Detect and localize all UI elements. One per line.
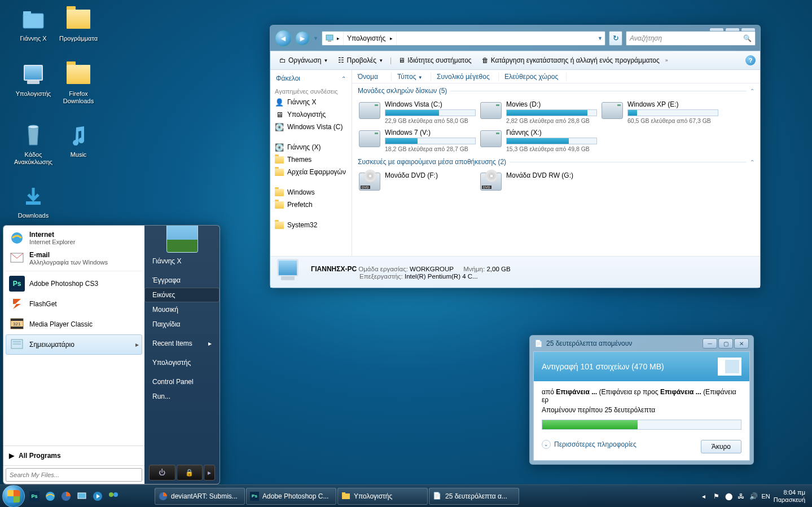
copy-icon: 📄	[433, 492, 442, 501]
address-dropdown[interactable]: ▼	[595, 36, 605, 41]
address-bar[interactable]: ▸ Υπολογιστής▸ ▼	[322, 31, 605, 46]
nav-item[interactable]: 💽Windows Vista (C)	[273, 121, 349, 133]
system-tray: ◂ ⚑ ⬤ 🖧 🔊 EN 8:04 πμ Παρασκευή	[699, 489, 810, 502]
start-item-sub: Αλληλογραφία των Windows	[29, 259, 108, 266]
cancel-button[interactable]: Άκυρο	[701, 440, 741, 453]
column-header[interactable]: Τύπος ▼	[392, 73, 431, 81]
nav-item[interactable]: 👤Γιάννης Χ	[273, 96, 349, 108]
column-header[interactable]: Όνομα	[352, 73, 392, 81]
start-program-mpc[interactable]: 321 Media Player Classic	[6, 314, 142, 334]
clock[interactable]: 8:04 πμ Παρασκευή	[774, 489, 805, 502]
system-properties-button[interactable]: 🖥Ιδιότητες συστήματος	[394, 55, 476, 66]
drive-name: Windows XP (E:)	[627, 100, 718, 108]
drive-item[interactable]: Movies (D:)2,82 GB ελεύθερα από 28,8 GB	[478, 98, 599, 126]
start-search-input[interactable]	[6, 468, 142, 482]
start-right-user[interactable]: Γιάννης Χ	[144, 254, 220, 268]
close-button[interactable]: ✕	[734, 338, 749, 349]
start-right-computer[interactable]: Υπολογιστής	[144, 355, 220, 370]
copy-remaining: Απομένουν περίπου 25 δευτερόλεπτα	[542, 406, 741, 414]
uninstall-button[interactable]: 🗑Κατάργηση εγκατάστασης ή αλλαγή ενός πρ…	[477, 55, 664, 66]
toolbar-overflow[interactable]: »	[665, 58, 668, 63]
start-item-title: Σημειωματάριο	[29, 341, 74, 349]
taskbar-item[interactable]: deviantART: Submis...	[155, 488, 245, 505]
desktop-icon-user[interactable]: Γιάννης Χ	[11, 6, 55, 42]
search-icon: 🔍	[743, 34, 752, 42]
start-right-control-panel[interactable]: Control Panel	[144, 374, 220, 389]
tray-icon[interactable]: ⚑	[712, 492, 721, 501]
start-right-recent[interactable]: Recent Items▸	[144, 336, 220, 351]
taskbar-item[interactable]: PsAdobe Photoshop C...	[246, 488, 336, 505]
power-options-button[interactable]: ▸	[204, 465, 215, 480]
lock-button[interactable]: 🔒	[177, 465, 203, 480]
nav-item[interactable]: Prefetch	[273, 199, 349, 211]
start-menu: InternetInternet Explorer E-mailΑλληλογρ…	[3, 225, 220, 484]
all-programs-button[interactable]: ▶ All Programs	[3, 446, 144, 465]
start-button[interactable]	[2, 485, 25, 508]
taskbar-item[interactable]: Υπολογιστής	[337, 488, 428, 505]
start-right-documents[interactable]: Έγγραφα	[144, 273, 220, 288]
views-button[interactable]: ☷Προβολές ▼	[333, 55, 388, 66]
start-program-notepad[interactable]: Σημειωματάριο ▸	[6, 334, 142, 355]
ql-firefox[interactable]	[59, 487, 73, 505]
desktop-icon-computer[interactable]: Υπολογιστής	[11, 61, 55, 98]
ql-messenger[interactable]	[106, 487, 121, 505]
desktop-icon-downloads[interactable]: Downloads	[11, 183, 55, 219]
breadcrumb-computer-icon[interactable]: ▸	[322, 32, 344, 45]
nav-item[interactable]: System32	[273, 219, 349, 231]
organize-button[interactable]: 🗀Οργάνωση ▼	[275, 55, 332, 66]
tray-expand[interactable]: ◂	[699, 492, 708, 501]
desktop-icon-firefox-downloads[interactable]: Firefox Downloads	[56, 61, 100, 105]
folders-header[interactable]: Φάκελοι⌃	[273, 72, 349, 85]
volume-icon[interactable]: 🔊	[749, 492, 758, 501]
language-indicator[interactable]: EN	[761, 493, 770, 500]
section-header-removable[interactable]: Συσκευές με αφαιρούμενα μέσα αποθήκευσης…	[352, 155, 760, 169]
network-icon[interactable]: 🖧	[736, 492, 745, 501]
column-header[interactable]: Συνολικό μέγεθος	[431, 73, 499, 81]
dvd-drive-item[interactable]: DVD Μονάδα DVD RW (G:)	[478, 169, 599, 194]
column-header[interactable]: Ελεύθερος χώρος	[499, 73, 567, 81]
nav-item[interactable]: Windows	[273, 186, 349, 199]
drive-item[interactable]: Γιάννης (X:)15,3 GB ελεύθερα από 49,8 GB	[478, 126, 599, 155]
minimize-button[interactable]: ─	[703, 338, 717, 349]
start-internet[interactable]: InternetInternet Explorer	[6, 228, 142, 248]
desktop-icon-programs[interactable]: Προγράμματα	[56, 6, 100, 42]
power-button[interactable]: ⏻	[149, 465, 175, 480]
start-email[interactable]: E-mailΑλληλογραφία των Windows	[6, 248, 142, 268]
breadcrumb-segment[interactable]: Υπολογιστής▸	[344, 32, 397, 45]
ql-ie[interactable]	[43, 487, 58, 505]
drive-item[interactable]: Windows XP (E:)60,5 GB ελεύθερα από 67,3…	[599, 98, 721, 126]
refresh-button[interactable]: ↻	[609, 31, 622, 46]
drive-item[interactable]: Windows Vista (C:)22,9 GB ελεύθερα από 5…	[357, 98, 478, 126]
ql-wmp[interactable]	[90, 487, 105, 505]
search-box[interactable]: Αναζήτηση 🔍	[626, 31, 756, 46]
user-avatar[interactable]	[166, 225, 198, 253]
start-right-pictures[interactable]: Εικόνες	[144, 288, 220, 302]
nav-item[interactable]: Themes	[273, 153, 349, 166]
start-right-run[interactable]: Run...	[144, 389, 220, 404]
start-right-games[interactable]: Παιχνίδια	[144, 317, 220, 332]
dvd-drive-item[interactable]: DVD Μονάδα DVD (F:)	[357, 169, 478, 194]
start-program-photoshop[interactable]: Ps Adobe Photoshop CS3	[6, 274, 142, 294]
nav-item[interactable]: Αρχεία Εφαρμογών	[273, 166, 349, 178]
start-program-flashget[interactable]: FlashGet	[6, 294, 142, 314]
tray-icon[interactable]: ⬤	[724, 492, 733, 501]
nav-item[interactable]: 🖥Υπολογιστής	[273, 108, 349, 121]
maximize-button[interactable]: ▢	[718, 338, 733, 349]
help-button[interactable]: ?	[745, 55, 756, 65]
nav-item[interactable]: 💽Γιάννης (X)	[273, 141, 349, 153]
ql-show-desktop[interactable]	[74, 487, 89, 505]
nav-back-button[interactable]: ◄	[275, 30, 292, 47]
start-right-music[interactable]: Μουσική	[144, 302, 220, 317]
desktop-icon-music[interactable]: Music	[56, 122, 100, 158]
taskbar-item[interactable]: 📄25 δευτερόλεπτα α...	[429, 488, 519, 505]
start-item-title: E-mail	[29, 251, 50, 259]
drive-free-text: 60,5 GB ελεύθερα από 67,3 GB	[627, 117, 718, 124]
section-header-hdd[interactable]: Μονάδες σκληρών δίσκων (5)⌃	[352, 83, 760, 98]
more-info-toggle[interactable]: ⌄ Περισσότερες πληροφορίες	[542, 440, 637, 449]
drive-usage-bar	[385, 138, 476, 144]
ql-photoshop[interactable]: Ps	[27, 487, 42, 505]
desktop-icon-recycle-bin[interactable]: Κάδος Ανακύκλωσης	[11, 122, 55, 166]
drive-item[interactable]: Windows 7 (V:)18,2 GB ελεύθερα από 28,7 …	[357, 126, 478, 155]
nav-forward-button[interactable]: ►	[295, 31, 310, 46]
nav-history-dropdown[interactable]: ▼	[313, 36, 318, 41]
